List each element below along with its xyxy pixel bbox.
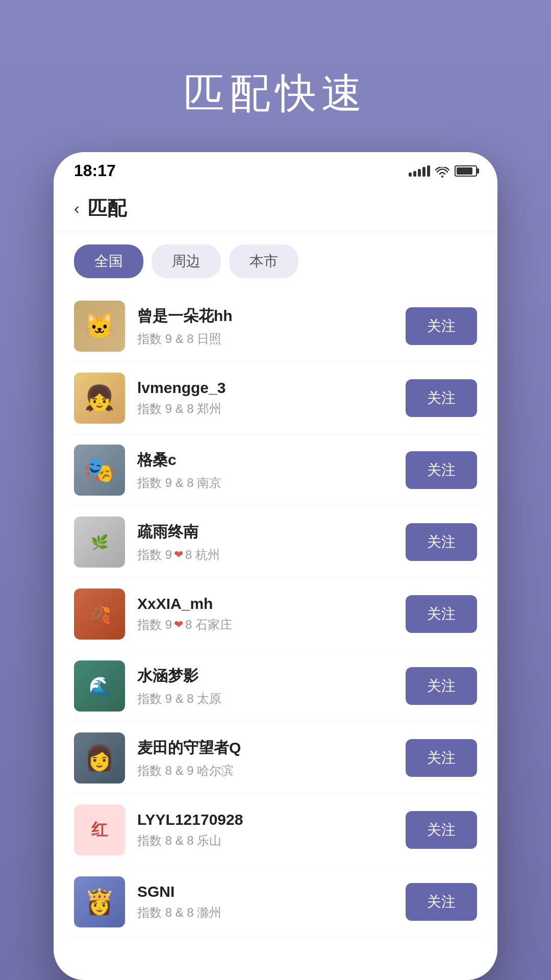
nav-bar: ‹ 匹配	[54, 185, 497, 232]
avatar: 红	[74, 804, 125, 855]
follow-button[interactable]: 关注	[406, 523, 477, 561]
follow-button[interactable]: 关注	[406, 811, 477, 849]
avatar: 👧	[74, 373, 125, 424]
status-bar: 18:17	[54, 152, 497, 185]
status-icons	[409, 165, 477, 177]
user-info: 疏雨终南 指数 9 ❤ 8 杭州	[137, 522, 406, 563]
user-meta: 指数 8 & 8 乐山	[137, 832, 406, 849]
user-info: 曾是一朵花hh 指数 9 & 8 日照	[137, 306, 406, 347]
back-button[interactable]: ‹	[74, 199, 80, 218]
list-item: 🌿 疏雨终南 指数 9 ❤ 8 杭州 关注	[69, 506, 482, 578]
wifi-icon	[435, 165, 449, 177]
user-name: lvmengge_3	[137, 379, 406, 397]
page-header-title: 匹配快速	[184, 66, 367, 121]
list-item: 👩 麦田的守望者Q 指数 8 & 9 哈尔滨 关注	[69, 722, 482, 794]
avatar: 🌊	[74, 660, 125, 712]
filter-tabs: 全国 周边 本市	[54, 232, 497, 290]
user-name: SGNI	[137, 883, 406, 900]
user-name: 麦田的守望者Q	[137, 738, 406, 758]
user-info: SGNI 指数 8 & 8 滁州	[137, 883, 406, 921]
user-name: 水涵梦影	[137, 666, 406, 687]
follow-button[interactable]: 关注	[406, 379, 477, 417]
list-item: 🎭 格桑c 指数 9 & 8 南京 关注	[69, 434, 482, 506]
avatar: 👸	[74, 876, 125, 927]
list-item: 👧 lvmengge_3 指数 9 & 8 郑州 关注	[69, 362, 482, 434]
nav-title: 匹配	[88, 195, 127, 222]
user-info: XxXIA_mh 指数 9 ❤ 8 石家庄	[137, 595, 406, 633]
signal-icon	[409, 165, 430, 177]
list-item: 🍂 XxXIA_mh 指数 9 ❤ 8 石家庄 关注	[69, 578, 482, 650]
list-item: 👸 SGNI 指数 8 & 8 滁州 关注	[69, 866, 482, 938]
filter-tab-nationwide[interactable]: 全国	[74, 244, 143, 278]
heart-icon: ❤	[174, 618, 183, 631]
user-info: 格桑c 指数 9 & 8 南京	[137, 450, 406, 491]
user-meta: 指数 9 & 8 郑州	[137, 401, 406, 417]
avatar: 🎭	[74, 445, 125, 496]
user-name: 曾是一朵花hh	[137, 306, 406, 327]
heart-icon: ❤	[174, 548, 183, 561]
user-meta: 指数 9 ❤ 8 杭州	[137, 547, 406, 563]
user-name: 格桑c	[137, 450, 406, 471]
follow-button[interactable]: 关注	[406, 883, 477, 921]
list-item: 🌊 水涵梦影 指数 9 & 8 太原 关注	[69, 650, 482, 722]
avatar: 🍂	[74, 589, 125, 640]
user-info: 麦田的守望者Q 指数 8 & 9 哈尔滨	[137, 738, 406, 779]
avatar: 🐱	[74, 301, 125, 352]
user-name: XxXIA_mh	[137, 595, 406, 612]
list-item: 红 LYYL12170928 指数 8 & 8 乐山 关注	[69, 794, 482, 866]
avatar: 👩	[74, 732, 125, 783]
user-meta: 指数 9 & 8 太原	[137, 691, 406, 707]
phone-frame: 18:17 ‹ 匹配 全国 周边	[54, 152, 497, 980]
follow-button[interactable]: 关注	[406, 595, 477, 633]
filter-tab-nearby[interactable]: 周边	[152, 244, 221, 278]
user-meta: 指数 9 & 8 日照	[137, 331, 406, 347]
user-meta: 指数 8 & 8 滁州	[137, 904, 406, 921]
user-info: 水涵梦影 指数 9 & 8 太原	[137, 666, 406, 707]
follow-button[interactable]: 关注	[406, 667, 477, 705]
user-info: lvmengge_3 指数 9 & 8 郑州	[137, 379, 406, 417]
user-name: LYYL12170928	[137, 811, 406, 828]
user-info: LYYL12170928 指数 8 & 8 乐山	[137, 811, 406, 849]
svg-point-0	[441, 176, 443, 178]
follow-button[interactable]: 关注	[406, 451, 477, 489]
user-meta: 指数 9 ❤ 8 石家庄	[137, 617, 406, 633]
avatar: 🌿	[74, 517, 125, 568]
filter-tab-city[interactable]: 本市	[229, 244, 298, 278]
user-list: 🐱 曾是一朵花hh 指数 9 & 8 日照 关注 👧 lvmengge_3 指数…	[54, 290, 497, 938]
user-meta: 指数 9 & 8 南京	[137, 475, 406, 491]
status-time: 18:17	[74, 161, 116, 180]
user-name: 疏雨终南	[137, 522, 406, 543]
list-item: 🐱 曾是一朵花hh 指数 9 & 8 日照 关注	[69, 290, 482, 362]
user-meta: 指数 8 & 9 哈尔滨	[137, 763, 406, 779]
battery-icon	[455, 165, 477, 177]
follow-button[interactable]: 关注	[406, 307, 477, 345]
follow-button[interactable]: 关注	[406, 739, 477, 777]
